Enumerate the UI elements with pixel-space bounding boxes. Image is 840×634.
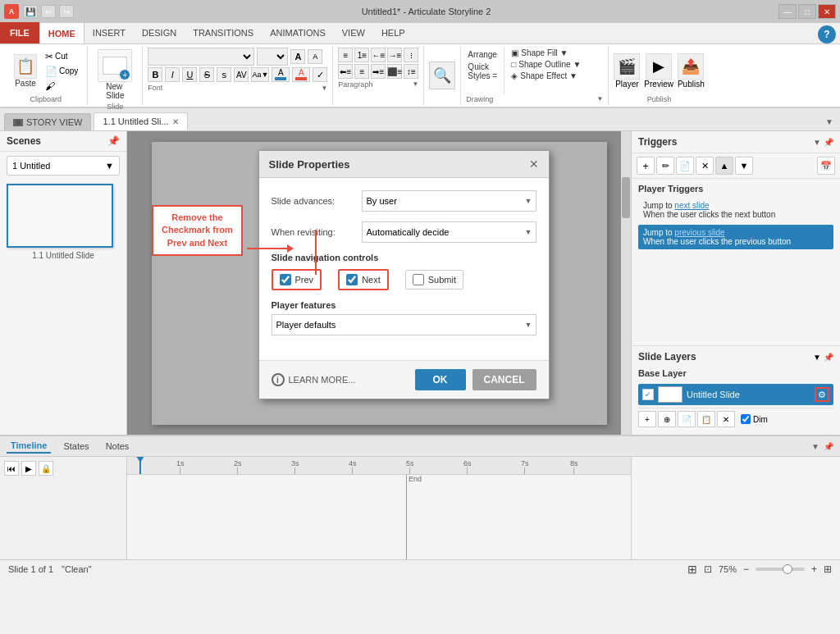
justify-button[interactable]: ⬛≡ (387, 64, 402, 79)
paste-layer-button[interactable]: 📋 (697, 411, 715, 427)
undo-icon[interactable]: ↩ (41, 5, 56, 18)
delete-layer-button[interactable]: ✕ (717, 411, 735, 427)
font-family-select[interactable] (148, 48, 254, 66)
trigger-item-1[interactable]: Jump to next slide When the user clicks … (638, 198, 833, 222)
timeline-collapse-icon[interactable]: ▼ (811, 442, 819, 451)
minimize-button[interactable]: — (778, 4, 797, 19)
find-button[interactable]: 🔍 (429, 62, 455, 89)
edit-trigger-button[interactable]: ✏ (656, 157, 674, 175)
help-icon[interactable]: ? (818, 25, 836, 43)
layer-gear-button[interactable]: ⚙ (815, 387, 829, 402)
shape-outline-button[interactable]: □ Shape Outline ▼ (509, 59, 582, 70)
font-color-button[interactable]: A (292, 67, 310, 82)
align-left-button[interactable]: ⬅≡ (338, 64, 353, 79)
columns-button[interactable]: ⫶ (404, 48, 418, 62)
underline-button[interactable]: U (182, 67, 197, 82)
slide-advances-select[interactable]: By user Automatically By timeline (362, 190, 536, 212)
canvas-scrollbar-thumb[interactable] (622, 177, 630, 218)
insert-tab[interactable]: INSERT (84, 22, 134, 43)
next-checkbox[interactable] (346, 274, 358, 285)
triggers-collapse-icon[interactable]: ▼ (813, 138, 821, 147)
cut-button[interactable]: ✂ Cut (43, 50, 80, 63)
format-painter-button[interactable]: 🖌 (43, 80, 80, 93)
states-tab[interactable]: States (59, 440, 93, 453)
publish-button[interactable]: 📤 Publish (678, 53, 705, 89)
add-trigger-button[interactable]: + (637, 157, 655, 175)
file-tab[interactable]: FILE (0, 22, 39, 43)
italic-button[interactable]: I (165, 67, 180, 82)
zoom-slider-thumb[interactable] (783, 564, 792, 574)
text-case-button[interactable]: Aa▼ (251, 67, 269, 82)
copy-layer-button[interactable]: 📄 (678, 411, 696, 427)
cancel-button[interactable]: CANCEL (472, 369, 536, 390)
story-view-tab[interactable]: ⊞ STORY VIEW (4, 113, 91, 130)
tab-end-arrow[interactable]: ▼ (819, 113, 840, 130)
redo-icon[interactable]: ↪ (59, 5, 74, 18)
canvas-scrollbar[interactable] (621, 131, 631, 435)
copy-trigger-button[interactable]: 📄 (676, 157, 694, 175)
modal-close-button[interactable]: ✕ (529, 157, 539, 171)
move-up-trigger-button[interactable]: ▲ (715, 157, 733, 175)
fit-window-button[interactable]: ⊞ (824, 563, 832, 575)
layers-collapse-icon[interactable]: ▼ (813, 353, 821, 362)
duplicate-layer-button[interactable]: ⊕ (658, 411, 676, 427)
scenes-pin-icon[interactable]: 📌 (107, 135, 120, 147)
save-icon[interactable]: 💾 (23, 5, 38, 18)
learn-more-button[interactable]: i LEARN MORE... (272, 373, 356, 386)
maximize-button[interactable]: □ (798, 4, 816, 19)
slide-tab-close[interactable]: ✕ (172, 117, 179, 126)
layer-item[interactable]: ✓ Untitled Slide ⚙ (638, 384, 833, 405)
align-center-button[interactable]: ≡ (354, 64, 369, 79)
zoom-slider-container[interactable] (756, 568, 805, 571)
shadow-button[interactable]: s (217, 67, 231, 82)
help-tab[interactable]: HELP (373, 22, 413, 43)
prev-slide-link[interactable]: previous slide (674, 228, 724, 237)
timeline-tab[interactable]: Timeline (7, 439, 51, 454)
highlight-color-button[interactable]: A (272, 67, 290, 82)
transitions-tab[interactable]: TRANSITIONS (185, 22, 262, 43)
fit-button[interactable]: ⊡ (704, 563, 712, 575)
trigger-item-2[interactable]: Jump to previous slide When the user cli… (638, 225, 833, 249)
design-tab[interactable]: DESIGN (134, 22, 185, 43)
notes-tab[interactable]: Notes (102, 440, 134, 453)
animations-tab[interactable]: ANIMATIONS (262, 22, 334, 43)
dim-checkbox[interactable] (741, 414, 751, 424)
layer-visibility-check[interactable]: ✓ (642, 389, 654, 400)
align-right-button[interactable]: ➡≡ (371, 64, 386, 79)
clear-format-button[interactable]: ✓ (313, 67, 327, 82)
increase-font-button[interactable]: A (290, 49, 305, 64)
quick-styles-button[interactable]: QuickStyles = (466, 62, 499, 81)
timeline-playhead[interactable] (139, 457, 141, 474)
delete-trigger-button[interactable]: ✕ (696, 157, 714, 175)
calendar-trigger-button[interactable]: 📅 (817, 157, 835, 175)
zoom-out-button[interactable]: − (743, 563, 749, 575)
submit-checkbox[interactable] (413, 274, 424, 285)
preview-button[interactable]: ▶ Preview (644, 53, 673, 89)
paste-button[interactable]: 📋 Paste (11, 52, 40, 89)
bullet-list-button[interactable]: ≡ (338, 48, 353, 62)
strikethrough-button[interactable]: S (199, 67, 214, 82)
increase-indent-button[interactable]: →≡ (387, 48, 402, 62)
when-revisiting-select[interactable]: Automatically decide Resume saved state … (362, 221, 536, 243)
numbered-list-button[interactable]: 1≡ (354, 48, 369, 62)
char-spacing-button[interactable]: AV (234, 67, 249, 82)
decrease-indent-button[interactable]: ←≡ (371, 48, 386, 62)
timeline-play-button[interactable]: ▶ (21, 461, 36, 476)
layers-pin-icon[interactable]: 📌 (824, 353, 833, 362)
copy-button[interactable]: 📄 Copy (43, 65, 80, 78)
timeline-lock-button[interactable]: 🔒 (39, 461, 53, 476)
scene-dropdown[interactable]: 1 Untitled ▼ (7, 156, 120, 176)
arrange-button[interactable]: Arrange (466, 49, 499, 60)
triggers-pin-icon[interactable]: 📌 (824, 138, 833, 147)
player-button[interactable]: 🎬 Player (614, 53, 640, 89)
font-size-select[interactable] (257, 48, 288, 66)
add-layer-button[interactable]: + (638, 411, 656, 427)
close-button[interactable]: ✕ (818, 4, 836, 19)
ok-button[interactable]: OK (415, 369, 466, 390)
bold-button[interactable]: B (148, 67, 162, 82)
new-slide-button[interactable]: + NewSlide (94, 48, 135, 102)
shape-fill-button[interactable]: ▣ Shape Fill ▼ (509, 48, 582, 58)
timeline-pin-icon[interactable]: 📌 (824, 442, 833, 451)
grid-view-button[interactable]: ⊞ (687, 563, 697, 576)
shape-effect-button[interactable]: ◈ Shape Effect ▼ (509, 71, 582, 81)
